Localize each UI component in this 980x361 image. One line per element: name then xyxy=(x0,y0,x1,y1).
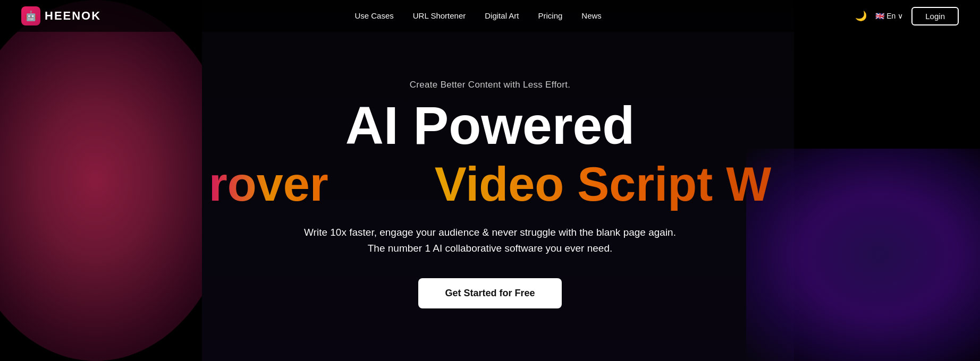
login-button[interactable]: Login xyxy=(911,7,959,25)
nav-item-digital-art[interactable]: Digital Art xyxy=(485,11,519,21)
hero-word-left: rover xyxy=(209,157,328,212)
lang-selector[interactable]: 🇬🇧 En ∨ xyxy=(875,12,903,20)
hero-animated-row: rover Video Script W xyxy=(0,157,980,212)
logo-text: HEENOK xyxy=(45,9,101,23)
nav-links: Use Cases URL Shortener Digital Art Pric… xyxy=(354,11,601,21)
chevron-down-icon: ∨ xyxy=(898,12,903,20)
get-started-button[interactable]: Get Started for Free xyxy=(418,278,561,308)
nav-item-news[interactable]: News xyxy=(581,11,602,21)
lang-label: En xyxy=(886,12,895,20)
logo-icon: 🤖 xyxy=(21,6,40,25)
nav-item-url-shortener[interactable]: URL Shortener xyxy=(413,11,466,21)
hero-subtitle: Create Better Content with Less Effort. xyxy=(410,80,570,90)
flag-icon: 🇬🇧 xyxy=(875,12,884,20)
logo[interactable]: 🤖 HEENOK xyxy=(21,6,101,25)
hero-word-right: Video Script W xyxy=(435,157,771,212)
nav-item-pricing[interactable]: Pricing xyxy=(538,11,562,21)
hero-description: Write 10x faster, engage your audience &… xyxy=(304,225,676,257)
navbar: 🤖 HEENOK Use Cases URL Shortener Digital… xyxy=(0,0,980,32)
logo-emoji: 🤖 xyxy=(25,10,37,22)
hero-description-line2: The number 1 AI collaborative software y… xyxy=(368,243,612,254)
hero-title: AI Powered xyxy=(345,99,635,152)
dark-mode-icon[interactable]: 🌙 xyxy=(855,10,867,22)
hero-description-line1: Write 10x faster, engage your audience &… xyxy=(304,227,676,238)
nav-item-use-cases[interactable]: Use Cases xyxy=(354,11,393,21)
nav-right: 🌙 🇬🇧 En ∨ Login xyxy=(855,7,959,25)
hero-section: Create Better Content with Less Effort. … xyxy=(0,32,980,308)
